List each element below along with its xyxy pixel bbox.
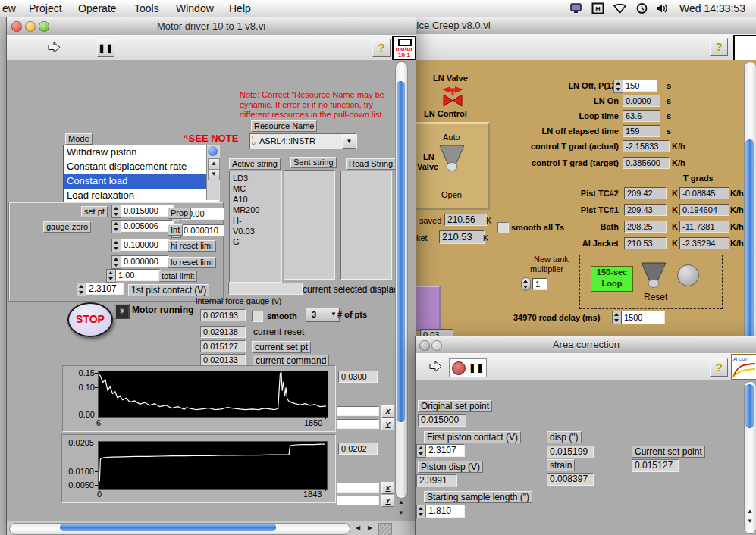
hi-reset-label: hi reset limi [168,240,216,252]
motor-title-bar[interactable]: Motor driver 10 to 1 v8.vi [7,17,416,36]
x-scale-lock-button[interactable]: X [381,405,394,418]
y-scale-lock-button[interactable]: Y [381,418,394,430]
close-button[interactable] [11,21,22,32]
loop-knob[interactable] [640,261,667,289]
display-menu-icon[interactable] [569,2,582,14]
new-tank-field[interactable]: 1 [532,278,547,290]
new-tank-spinner[interactable] [521,277,531,291]
saved-unit: K [486,216,491,226]
y-scale-lock-button[interactable]: Y [381,495,394,507]
x-scale-lock-button[interactable]: X [381,482,394,494]
help-button[interactable]: ? [372,39,391,57]
int-field[interactable]: 0.000010 [180,224,224,236]
area-scrollbar-thumb[interactable] [745,384,754,428]
scroll-right-button[interactable]: ▶ [365,524,375,533]
ln-valve-knob[interactable] [438,143,466,174]
minimize-button[interactable] [431,340,442,351]
displacement-graph-plot[interactable] [98,441,328,490]
mode-scrollbar[interactable]: ▲ ▼ [206,145,219,200]
force-indicator: 0.0300 [338,371,378,383]
menu-clock[interactable]: Wed 14:33:53 [679,2,745,14]
ln-off-unit: s [667,81,671,91]
hi-reset-field[interactable]: 0.100000 [121,239,169,251]
menu-item-project[interactable]: Project [29,2,62,14]
help-button[interactable]: ? [710,38,728,56]
y-scale-box[interactable] [337,419,379,429]
run-button[interactable] [48,42,61,53]
menu-item-view[interactable]: ew [2,2,16,14]
num-pts-dropdown[interactable]: 3▼ [306,308,340,322]
ln-off-field[interactable]: 150 [623,80,657,92]
scroll-down-button[interactable]: ▼ [745,517,755,527]
menu-item-help[interactable]: Help [229,2,251,14]
scroll-up-button[interactable]: ▲ [208,158,220,170]
resource-dropdown-button[interactable]: ▼ [342,134,356,149]
tgrad-actual-field: -2.15833 [623,140,670,152]
resize-grip[interactable] [378,523,392,535]
current-set-point-label: Current set point [632,446,705,458]
lo-reset-field[interactable]: 0.000000 [121,255,169,268]
time-machine-icon[interactable] [635,2,648,14]
vi-icon-chart [732,361,756,378]
active-string-label: Active string [229,158,281,170]
ln-valve-icon [439,85,466,108]
volume-icon[interactable] [655,2,670,14]
scroll-down-button[interactable]: ▼ [208,169,220,180]
pause-button[interactable]: ❚❚ [97,39,114,57]
abort-button[interactable] [452,361,466,375]
motor-front-panel: Note: Correct "Resource Name may be dyna… [7,60,416,521]
x-scale-box[interactable] [337,483,379,493]
y-scale-box[interactable] [337,496,379,505]
x-scale-box[interactable] [337,406,379,416]
smooth-checkbox[interactable] [252,311,263,322]
force-graph-plot[interactable] [98,371,328,418]
run-button[interactable] [429,361,442,372]
pause-button[interactable]: ❚❚ [469,361,482,374]
first-piston-contact-field[interactable]: 2.3107 [425,444,465,457]
total-limit-field[interactable]: 1.00 [115,269,161,281]
airport-icon[interactable] [613,2,627,14]
scroll-up-button[interactable]: ▲ [396,498,406,508]
minimize-button[interactable] [25,21,36,32]
ice-scrollbar-thumb[interactable] [745,139,754,350]
scroll-down-button[interactable]: ▼ [396,508,406,518]
sample-length-field[interactable]: 1.810 [425,505,465,518]
area-title-bar[interactable]: Area correction [416,336,756,354]
vi-icon[interactable]: motor 10:1 [392,36,416,61]
input-menu-icon[interactable]: H [591,2,604,14]
y-tick: 0.15 [74,368,95,377]
vi-icon[interactable]: A corr [731,354,756,380]
motor-running-led[interactable]: ✳ [114,304,130,319]
active-string-list[interactable]: LD3 MC A10 MR200 H- V0.03 G [229,171,282,283]
mode-option-selected[interactable]: Constant load [64,174,219,189]
motor-horizontal-thumb[interactable] [60,524,276,531]
mode-option[interactable]: Constant displacement rate [64,160,219,174]
read-delay-field[interactable]: 1500 [621,311,665,324]
stop-button[interactable]: STOP [67,302,113,337]
mode-scrollbar-thumb[interactable] [208,146,218,156]
mode-listbox: Withdraw piston Constant displacement ra… [63,145,220,202]
sent-string-list[interactable] [284,170,335,280]
vi-icon[interactable] [733,35,756,61]
gauge-zero-field[interactable]: 0.005006 [121,220,174,232]
read-string-list[interactable] [340,171,392,280]
help-button[interactable]: ? [710,358,728,377]
menu-item-tools[interactable]: Tools [134,2,159,14]
first-contact-field[interactable]: 2.3107 [86,283,124,295]
reset-button[interactable] [677,264,699,286]
motor-running-label: Motor running [132,305,193,315]
set-pt-field[interactable]: 0.015000 [121,205,174,217]
scroll-up-button[interactable]: ▲ [745,507,755,517]
resource-combo[interactable]: IO ASRL4::INSTR ▼ [249,133,357,149]
zoom-button[interactable] [39,21,49,32]
smooth-all-checkbox[interactable] [497,222,509,233]
al-jacket-field: 210.53 [624,237,667,249]
y-tick: 0.0100 [64,467,94,476]
close-button[interactable] [419,340,430,351]
menu-item-operate[interactable]: Operate [78,2,117,14]
ice-title-bar[interactable]: Ice Creep v8.0.vi [410,17,756,35]
scroll-left-button[interactable]: ◀ [353,524,363,533]
menu-item-window[interactable]: Window [176,2,214,14]
mode-option[interactable]: Withdraw piston [64,145,219,160]
motor-scrollbar-thumb[interactable] [397,81,405,422]
